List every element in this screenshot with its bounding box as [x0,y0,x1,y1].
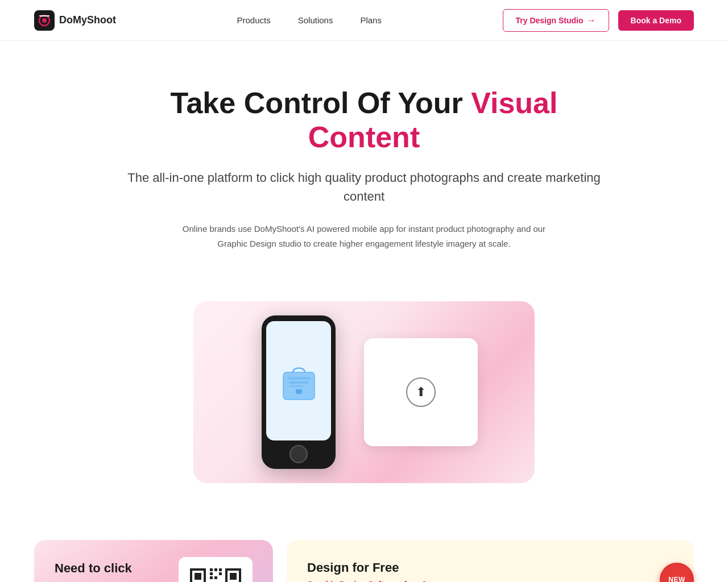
try-design-studio-button[interactable]: Try Design Studio → [503,9,609,32]
svg-rect-20 [219,568,222,571]
nav-plans-link[interactable]: Plans [360,15,382,25]
svg-rect-18 [210,568,213,571]
hero-subtitle: The all-in-one platform to click high qu… [114,168,614,206]
upload-card: ⬆ [364,338,478,446]
nav-links: Products Solutions Plans [237,15,382,26]
svg-rect-7 [296,389,302,394]
svg-rect-5 [289,381,309,384]
nav-actions: Try Design Studio → Book a Demo [503,9,694,32]
design-card: Design for Free Graphic Design Software … [287,540,694,582]
hero-visual-background: ⬆ [193,301,535,483]
hero-description: Online brands use DoMyShoot's AI powered… [171,222,557,252]
upload-arrow-icon: ⬆ [416,385,426,400]
svg-rect-19 [214,568,217,571]
phone-screen [266,321,331,440]
bottom-section: Need to click product photos? Scan to St… [0,517,728,582]
hero-title: Take Control Of Your Visual Content [114,86,614,155]
nav-products-link[interactable]: Products [237,15,271,25]
bag-product-image [280,360,317,402]
qr-svg [187,566,244,582]
phone-mockup [262,315,336,469]
svg-rect-4 [287,377,311,380]
upload-icon: ⬆ [406,377,436,407]
svg-rect-23 [210,576,213,579]
nav-solutions-link[interactable]: Solutions [298,15,333,25]
book-demo-button[interactable]: Book a Demo [618,10,694,31]
svg-rect-24 [214,576,217,579]
svg-rect-6 [289,385,303,387]
hero-visual: ⬆ [0,301,728,517]
arrow-icon: → [587,15,596,26]
product-photos-card: Need to click product photos? Scan to St… [34,540,273,582]
qr-code [179,557,253,582]
svg-rect-21 [210,572,213,575]
svg-rect-22 [219,572,222,575]
svg-point-2 [42,18,47,23]
svg-rect-11 [195,573,201,580]
navbar: DoMyShoot Products Solutions Plans Try D… [0,0,728,41]
logo-text: DoMyShoot [59,14,116,26]
nav-item-products[interactable]: Products [237,15,271,26]
hero-section: Take Control Of Your Visual Content The … [80,41,648,301]
nav-item-plans[interactable]: Plans [360,15,382,26]
phone-home-button [289,445,308,463]
logo-link[interactable]: DoMyShoot [34,10,116,31]
svg-rect-14 [230,573,237,580]
nav-item-solutions[interactable]: Solutions [298,15,333,26]
logo-icon [34,10,55,31]
